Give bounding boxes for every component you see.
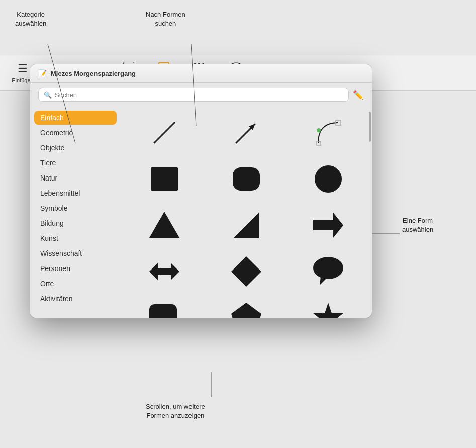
- search-input[interactable]: [55, 91, 343, 99]
- svg-marker-15: [149, 212, 179, 238]
- sidebar-item-tiere[interactable]: Tiere: [34, 156, 117, 170]
- search-input-wrapper[interactable]: 🔍: [38, 88, 349, 102]
- sidebar-item-lebensmittel[interactable]: Lebensmittel: [34, 186, 117, 200]
- search-bar: 🔍 ✏️: [30, 83, 372, 107]
- svg-marker-25: [313, 303, 343, 318]
- shape-arrow-double[interactable]: [127, 251, 203, 292]
- svg-marker-18: [149, 263, 179, 280]
- dialog-title: Miezes Morgenspaziergang: [51, 70, 136, 77]
- sidebar-item-symbole[interactable]: Symbole: [34, 201, 117, 215]
- scrollbar-track[interactable]: [368, 107, 372, 318]
- sidebar-item-wissenschaft[interactable]: Wissenschaft: [34, 246, 117, 260]
- sidebar-item-bildung[interactable]: Bildung: [34, 216, 117, 230]
- einfuegen-icon: ☰: [18, 62, 28, 75]
- annotation-suchen: Nach Formen suchen: [146, 10, 185, 28]
- shape-speech-bubble[interactable]: [290, 251, 366, 292]
- shape-line-diagonal[interactable]: [127, 113, 203, 153]
- shape-diamond[interactable]: [209, 251, 284, 292]
- shape-rounded-rect[interactable]: [209, 159, 284, 199]
- sidebar-item-natur[interactable]: Natur: [34, 171, 117, 185]
- scrollbar-thumb: [369, 112, 371, 142]
- shape-rounded-rect-tail[interactable]: [127, 298, 203, 318]
- shape-right-triangle[interactable]: [209, 205, 284, 245]
- shape-line-curve[interactable]: [290, 113, 366, 153]
- svg-rect-13: [233, 167, 260, 191]
- svg-point-10: [317, 128, 321, 132]
- svg-point-14: [315, 165, 342, 193]
- shapes-dialog: 📝 Miezes Morgenspaziergang 🔍 ✏️ Einfach …: [30, 64, 372, 318]
- svg-marker-24: [231, 303, 261, 318]
- sidebar-item-einfach[interactable]: Einfach: [34, 111, 117, 125]
- annotation-form-auswaehlen: Eine Form auswählen: [402, 216, 433, 234]
- shapes-grid: [121, 107, 372, 318]
- dialog-content: Einfach Geometrie Objekte Tiere Natur Le…: [30, 107, 372, 318]
- sidebar-item-geometrie[interactable]: Geometrie: [34, 126, 117, 140]
- shape-rectangle[interactable]: [127, 159, 203, 199]
- annotation-kategorie: Kategorie auswählen: [15, 10, 46, 28]
- sidebar-item-kunst[interactable]: Kunst: [34, 231, 117, 245]
- dialog-titlebar: 📝 Miezes Morgenspaziergang: [30, 64, 372, 83]
- svg-marker-16: [234, 213, 259, 238]
- sidebar-item-aktivitaeten[interactable]: Aktivitäten: [34, 292, 117, 306]
- shape-triangle[interactable]: [127, 205, 203, 245]
- svg-line-6: [154, 123, 174, 143]
- svg-rect-12: [151, 167, 178, 191]
- title-icon: 📝: [38, 69, 47, 77]
- annotation-scrollen: Scrollen, um weitere Formen anzuzeigen: [146, 402, 205, 420]
- shape-circle[interactable]: [290, 159, 366, 199]
- svg-marker-19: [231, 256, 261, 287]
- sidebar-item-objekte[interactable]: Objekte: [34, 141, 117, 155]
- svg-point-20: [313, 257, 343, 279]
- shape-arrow-right[interactable]: [290, 205, 366, 245]
- shape-line-arrow[interactable]: [209, 113, 284, 153]
- svg-rect-22: [149, 304, 177, 318]
- pen-icon[interactable]: ✏️: [353, 89, 364, 101]
- shape-pentagon[interactable]: [209, 298, 284, 318]
- search-icon: 🔍: [44, 91, 52, 99]
- sidebar-item-orte[interactable]: Orte: [34, 277, 117, 291]
- svg-marker-17: [313, 213, 343, 238]
- sidebar-item-personen[interactable]: Personen: [34, 261, 117, 276]
- shape-star[interactable]: [290, 298, 366, 318]
- categories-sidebar: Einfach Geometrie Objekte Tiere Natur Le…: [30, 107, 121, 318]
